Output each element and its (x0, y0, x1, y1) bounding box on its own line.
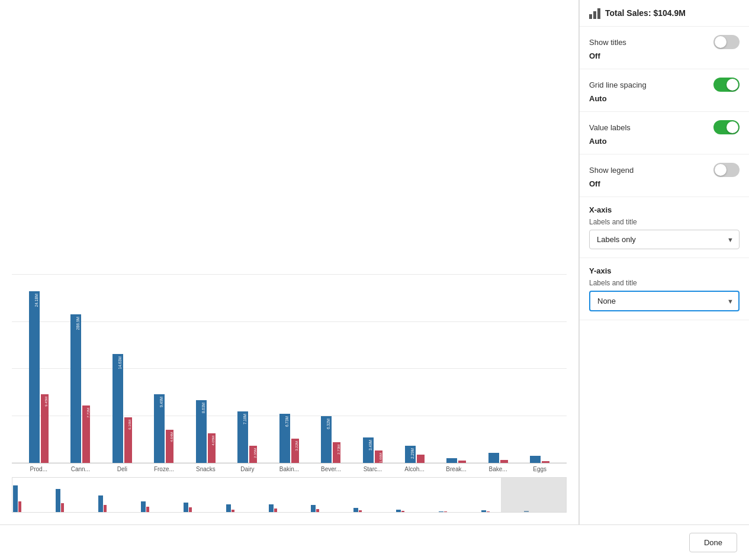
bar-blue: 14.63M (112, 354, 123, 463)
mini-bar-red (444, 511, 447, 512)
brush-selection (501, 478, 566, 512)
x-axis-label: Bake... (477, 466, 519, 472)
grid-line-spacing-toggle[interactable] (713, 78, 740, 92)
bar-blue (530, 456, 541, 463)
bar-red-label: 3.22M (295, 441, 298, 451)
bar-red: 3.22M (291, 439, 299, 463)
bar-group: 3.49M1.66M (352, 437, 394, 464)
grid-line-spacing-thumb (727, 79, 738, 91)
x-axis-label: Break... (435, 466, 477, 472)
bar-blue (488, 453, 499, 463)
bar-blue: 2B6.9M (70, 314, 81, 463)
show-titles-toggle[interactable] (713, 35, 740, 49)
mini-bar-red (316, 509, 319, 512)
show-titles-thumb (715, 36, 727, 48)
y-axis-dropdown[interactable]: None Labels only Labels and title (589, 291, 740, 311)
show-titles-track (713, 35, 740, 49)
mini-bar-red (401, 511, 404, 512)
mini-bar-group (268, 504, 311, 512)
done-button[interactable]: Done (689, 533, 737, 552)
bar-group: 8.63M4.05M (185, 400, 227, 463)
bar-red-label: 6.16M (128, 420, 131, 430)
x-axis-label: Cann... (60, 466, 102, 472)
x-axis-sublabel: Labels and title (589, 218, 740, 226)
mini-bar-red (232, 510, 234, 513)
bar-red: 2.35M (249, 446, 257, 463)
mini-bar-blue (184, 503, 188, 513)
y-axis-dropdown-wrapper: None Labels only Labels and title ▼ (589, 291, 740, 311)
bar-blue: 6.32M (321, 416, 332, 463)
mini-bar-red (146, 507, 149, 512)
icon-bar-2 (593, 11, 596, 19)
x-axis-label: Dairy (227, 466, 269, 472)
bar-blue-label: 3.49M (368, 440, 372, 450)
x-axis-dropdown-wrapper: None Labels only Labels and title ▼ (589, 230, 740, 249)
chart-wrapper: 24.1BM9.45M2B6.9M7.72M14.63M6.16M9.49M4.… (12, 12, 567, 513)
bar-group: 2.29M (394, 446, 436, 463)
show-legend-label: Show legend (589, 166, 634, 175)
show-legend-toggle[interactable] (713, 163, 740, 177)
mini-bar-blue (396, 510, 401, 513)
panel-title: Total Sales: $104.9M (605, 8, 686, 18)
bar-blue: 7.18M (237, 411, 248, 463)
mini-bar-group (353, 508, 396, 512)
x-axis-label: Snacks (185, 466, 227, 472)
bar-blue-label: 6.32M (326, 419, 330, 429)
x-axis-label: Starc... (352, 466, 394, 472)
bar-red-label: 2.35M (253, 448, 257, 458)
icon-bar-3 (597, 8, 600, 19)
grid-line-spacing-row: Grid line spacing Auto (580, 69, 749, 112)
x-axis-label: Deli (101, 466, 143, 472)
x-axis-label: Eggs (519, 466, 561, 472)
mini-bar-red (359, 510, 362, 512)
show-titles-row: Show titles Off (580, 27, 749, 69)
bar-blue-label: 2B6.9M (76, 317, 80, 330)
bar-group: 2B6.9M7.72M (60, 314, 102, 463)
value-labels-thumb (727, 121, 738, 133)
mini-bar-red (104, 505, 107, 512)
mini-bar-blue (311, 505, 316, 512)
mini-bar-blue (56, 489, 60, 512)
bar-chart: 24.1BM9.45M2B6.9M7.72M14.63M6.16M9.49M4.… (12, 12, 567, 464)
bar-group: 9.49M4.64M (143, 394, 185, 463)
mini-bar-red (18, 501, 21, 512)
bar-red: 4.64M (166, 430, 173, 463)
mini-bar-blue (98, 495, 103, 513)
show-titles-top: Show titles (589, 35, 740, 49)
bar-chart-icon (589, 7, 600, 19)
grid-line (12, 274, 567, 275)
bar-group: 6.32M2.73M (310, 416, 352, 463)
bar-red: 2.73M (333, 442, 340, 463)
bar-blue-label: 2.29M (410, 448, 414, 459)
grid-line-spacing-top: Grid line spacing (589, 78, 740, 92)
mini-bar-red (274, 508, 277, 512)
bar-blue-label: 9.49M (159, 397, 163, 407)
bar-blue: 3.49M (363, 437, 374, 464)
bar-group (435, 458, 477, 463)
mini-bar-group (98, 495, 140, 513)
chart-area: 24.1BM9.45M2B6.9M7.72M14.63M6.16M9.49M4.… (0, 0, 579, 524)
bar-group (519, 456, 561, 463)
grid-line-spacing-value: Auto (589, 94, 740, 103)
chart-inner: 24.1BM9.45M2B6.9M7.72M14.63M6.16M9.49M4.… (12, 274, 567, 464)
mini-bar-group (396, 510, 438, 513)
bar-red (458, 461, 466, 463)
show-legend-track (713, 163, 740, 177)
mini-chart[interactable] (12, 477, 567, 513)
bar-red (500, 460, 508, 463)
bar-blue-label: 8.63M (201, 403, 205, 413)
value-labels-toggle[interactable] (713, 120, 740, 134)
show-legend-thumb (715, 164, 727, 176)
mini-bar-group (12, 485, 55, 512)
y-axis-title: Y-axis (589, 266, 740, 275)
bar-red-label: 4.64M (170, 432, 173, 442)
mini-bar-blue (226, 504, 231, 513)
mini-bar-blue (439, 511, 443, 512)
mini-bar-group (310, 505, 353, 512)
x-axis-label: Froze... (143, 466, 185, 472)
x-axis-section: X-axis Labels and title None Labels only… (580, 197, 749, 258)
bar-blue-label: 24.1BM (34, 294, 38, 307)
panel-header: Total Sales: $104.9M (580, 0, 749, 27)
x-axis-dropdown[interactable]: None Labels only Labels and title (589, 230, 740, 249)
show-titles-label: Show titles (589, 38, 626, 47)
